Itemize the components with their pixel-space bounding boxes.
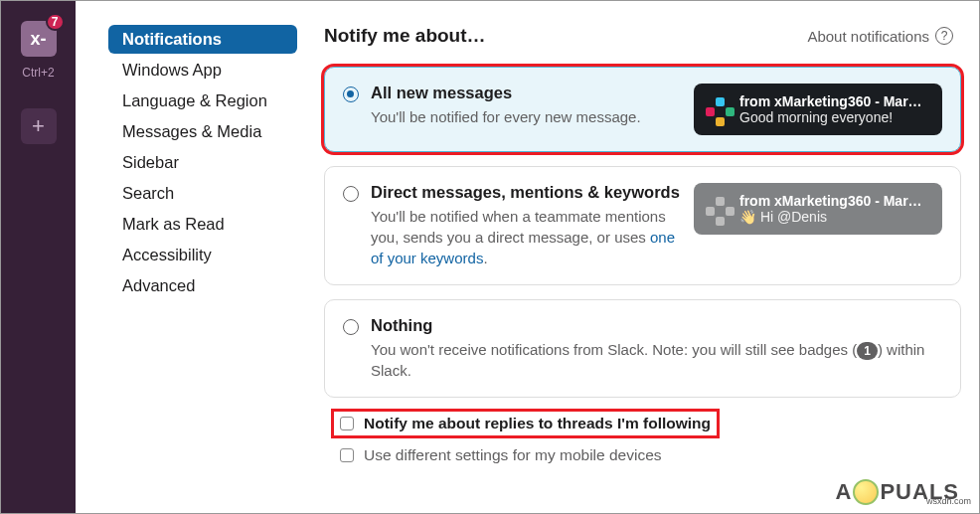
preview-body: Good morning everyone! (739, 109, 928, 125)
option-desc: You'll be notified for every new message… (371, 106, 682, 127)
checkbox-icon[interactable] (340, 448, 354, 462)
checkbox-label: Use different settings for my mobile dev… (364, 446, 662, 464)
badge-example: 1 (857, 342, 878, 360)
workspace-rail: x- 7 Ctrl+2 + (1, 1, 76, 513)
checkbox-label: Notify me about replies to threads I'm f… (364, 415, 711, 432)
workspace-switcher[interactable]: x- 7 (21, 21, 57, 57)
slack-icon (706, 197, 730, 221)
wm-prefix: A (836, 479, 853, 505)
sidebar-item-messages-media[interactable]: Messages & Media (108, 117, 297, 146)
preview-body: 👋 Hi @Denis (739, 209, 928, 225)
radio-all-messages[interactable] (343, 86, 359, 102)
radio-nothing[interactable] (343, 319, 359, 335)
notification-preview: from xMarketing360 - Marke… Good morning… (694, 84, 942, 135)
about-link-label: About notifications (807, 28, 929, 45)
preview-from: from xMarketing360 - Marke… (739, 193, 928, 209)
option-text: Nothing You won't receive notifications … (371, 316, 942, 381)
option-nothing[interactable]: Nothing You won't receive notifications … (324, 299, 961, 398)
sidebar-item-accessibility[interactable]: Accessibility (108, 241, 297, 269)
sidebar-item-sidebar[interactable]: Sidebar (108, 148, 297, 177)
option-title: Nothing (371, 316, 942, 335)
radio-direct-messages[interactable] (343, 186, 359, 202)
desc-part-b: . (483, 250, 487, 266)
panel-title: Notify me about… (324, 25, 486, 47)
preferences-sidebar: Notifications Windows App Language & Reg… (108, 25, 297, 302)
checkbox-thread-replies[interactable]: Notify me about replies to threads I'm f… (334, 412, 717, 435)
option-title: Direct messages, mentions & keywords (371, 183, 682, 202)
sidebar-item-advanced[interactable]: Advanced (108, 271, 297, 300)
preview-from: from xMarketing360 - Marke… (739, 93, 928, 109)
option-text: Direct messages, mentions & keywords You… (371, 183, 682, 268)
sidebar-item-mark-as-read[interactable]: Mark as Read (108, 210, 297, 239)
desc-part-a: You'll be notified when a teammate menti… (371, 208, 666, 246)
help-icon: ? (935, 27, 953, 45)
option-desc: You won't receive notifications from Sla… (371, 339, 927, 381)
option-text: All new messages You'll be notified for … (371, 84, 682, 127)
checkbox-mobile-settings[interactable]: Use different settings for my mobile dev… (334, 443, 961, 467)
notifications-panel: Notify me about… About notifications ? A… (324, 25, 961, 475)
preview-text: from xMarketing360 - Marke… 👋 Hi @Denis (739, 193, 928, 225)
source-domain: wsxdn.com (926, 496, 971, 506)
unread-badge: 7 (46, 13, 65, 31)
plus-icon: + (32, 113, 45, 139)
desc-part-a: You won't receive notifications from Sla… (371, 341, 857, 358)
option-title: All new messages (371, 84, 682, 102)
appuals-logo-icon (853, 479, 879, 505)
checkbox-icon[interactable] (340, 417, 354, 430)
option-desc: You'll be notified when a teammate menti… (371, 206, 682, 268)
notification-preview: from xMarketing360 - Marke… 👋 Hi @Denis (694, 183, 942, 235)
add-workspace-button[interactable]: + (21, 108, 57, 144)
option-direct-messages[interactable]: Direct messages, mentions & keywords You… (324, 166, 961, 285)
sidebar-item-windows-app[interactable]: Windows App (108, 56, 297, 85)
option-all-new-messages[interactable]: All new messages You'll be notified for … (324, 67, 961, 152)
workspace-shortcut: Ctrl+2 (22, 66, 54, 80)
panel-header: Notify me about… About notifications ? (324, 25, 961, 47)
sidebar-item-search[interactable]: Search (108, 179, 297, 208)
sidebar-item-language-region[interactable]: Language & Region (108, 86, 297, 115)
sidebar-item-notifications[interactable]: Notifications (108, 25, 297, 54)
slack-icon (706, 97, 730, 121)
preview-text: from xMarketing360 - Marke… Good morning… (739, 93, 928, 125)
workspace-label: x- (30, 29, 46, 50)
about-notifications-link[interactable]: About notifications ? (807, 27, 953, 45)
